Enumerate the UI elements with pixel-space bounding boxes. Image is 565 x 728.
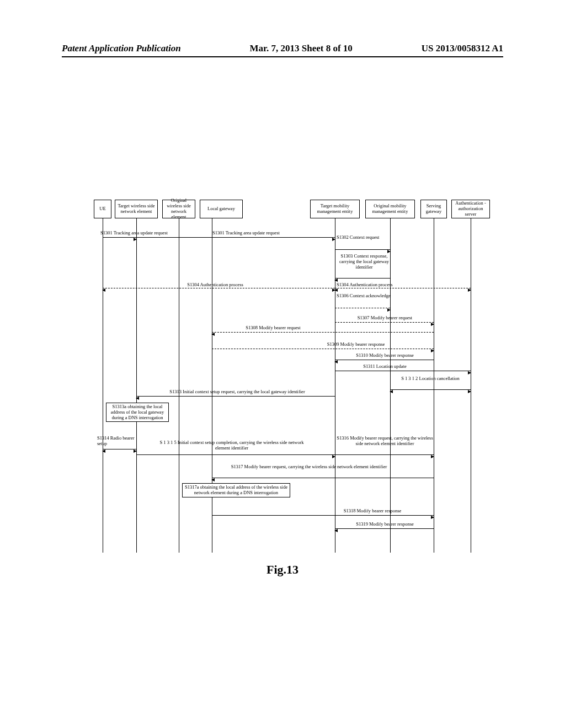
page-header: Patent Application Publication Mar. 7, 2… <box>62 43 503 54</box>
actor-label: Local gateway <box>207 206 235 212</box>
msg-s1317-label: S1317 Modify bearer request, carrying th… <box>226 464 392 470</box>
actor-label: Authentication -authorization server <box>453 201 488 217</box>
msg-s1301a-arrow <box>103 237 136 238</box>
msg-s1313-label: S1313 Initial context setup request, car… <box>143 389 331 395</box>
figure-caption: Fig.13 <box>0 563 565 577</box>
msg-s1315-arrow <box>136 454 335 455</box>
actor-auth-server: Authentication -authorization server <box>451 200 490 218</box>
actor-original-mme: Original mobility management entity <box>365 200 415 218</box>
msg-s1308-arrow <box>212 332 434 333</box>
actor-label: Serving gateway <box>422 204 445 215</box>
actor-label: Original wireless side network element <box>164 198 194 220</box>
header-mid: Mar. 7, 2013 Sheet 8 of 10 <box>250 43 353 54</box>
actor-target-mme: Target mobility management entity <box>310 200 360 218</box>
actor-local-gw: Local gateway <box>200 200 243 218</box>
header-rule <box>62 56 503 57</box>
msg-s1306-label: S1306 Context acknowledge <box>337 293 392 299</box>
msg-s1317-arrow <box>212 478 434 478</box>
msg-s1313-arrow <box>136 396 335 397</box>
sequence-diagram: UE Target wireless side network element … <box>94 200 491 553</box>
msg-s1304a-arrow <box>103 288 335 288</box>
msg-s1314-arrow <box>103 449 136 449</box>
msg-s1309-arrow <box>212 349 434 349</box>
actor-target-wse: Target wireless side network element <box>115 200 158 218</box>
msg-s1303-label: S1303 Context response, carrying the loc… <box>337 254 392 270</box>
header-right: US 2013/0058312 A1 <box>422 43 503 54</box>
msg-s1310-label: S1310 Modify bearer response <box>337 353 433 358</box>
msg-s1301b-arrow <box>136 237 335 238</box>
msg-s1304b-arrow <box>335 288 471 288</box>
lifeline-serving-gw <box>434 218 434 553</box>
msg-s1304b-label: S1304 Authentication process <box>337 282 436 288</box>
lifeline-local-gw <box>212 218 212 553</box>
lifeline-target-mme <box>335 218 335 553</box>
msg-s1319-arrow <box>335 528 434 529</box>
msg-s1311-arrow <box>335 371 471 371</box>
actor-label: UE <box>99 206 105 212</box>
lifeline-ue <box>103 218 103 553</box>
msg-s1314-label: S1314 Radio bearer setup <box>97 436 136 447</box>
msg-s1312-arrow <box>390 389 471 390</box>
msg-s1302-arrow <box>335 249 390 250</box>
msg-s1301a-label: S1301 Tracking area update request <box>100 231 191 236</box>
note-s1317a-text: S1317a obtaining the local address of th… <box>185 484 287 495</box>
msg-s1308-label: S1308 Modify bearer request <box>218 325 328 331</box>
lifeline-original-wse <box>179 218 179 553</box>
figure-caption-text: Fig.13 <box>266 563 299 576</box>
note-s1313a: S1313a obtaining the local address of th… <box>106 403 169 422</box>
msg-s1301b-label: S1301 Tracking area update request <box>212 231 323 236</box>
page: Patent Application Publication Mar. 7, 2… <box>0 0 565 728</box>
msg-s1312-label: S 1 3 1 2 Location cancellation <box>392 376 469 382</box>
msg-s1309-label: S1309 Modify bearer response <box>281 342 430 347</box>
msg-s1315-label: S 1 3 1 5 Initial context setup completi… <box>154 440 309 451</box>
note-s1317a: S1317a obtaining the local address of th… <box>182 483 290 497</box>
msg-s1306-arrow <box>335 308 390 308</box>
msg-s1307-arrow <box>335 322 434 323</box>
msg-s1316-arrow <box>335 454 434 455</box>
msg-s1303-arrow <box>335 278 390 279</box>
msg-s1307-label: S1307 Modify bearer request <box>337 315 433 321</box>
msg-s1318-arrow <box>212 515 434 516</box>
note-s1313a-text: S1313a obtaining the local address of th… <box>111 404 164 420</box>
msg-s1310-arrow <box>335 360 434 360</box>
lifeline-target-wse <box>136 218 137 553</box>
msg-s1302-label: S1302 Context request <box>337 235 392 240</box>
msg-s1316-label: S1316 Modify bearer request, carrying th… <box>337 436 433 447</box>
actor-serving-gw: Serving gateway <box>420 200 447 218</box>
actor-label: Original mobility management entity <box>367 204 413 215</box>
actor-original-wse: Original wireless side network element <box>162 200 195 218</box>
actor-label: Target mobility management entity <box>312 204 358 215</box>
actor-label: Target wireless side network element <box>116 204 156 215</box>
lifeline-auth-server <box>471 218 471 553</box>
header-left: Patent Application Publication <box>62 43 181 54</box>
msg-s1311-label: S1311 Location update <box>337 364 433 370</box>
msg-s1319-label: S1319 Modify bearer response <box>337 522 433 527</box>
msg-s1318-label: S1318 Modify bearer response <box>315 508 430 514</box>
actor-ue: UE <box>94 200 111 218</box>
msg-s1304a-label: S1304 Authentication process <box>132 282 298 288</box>
